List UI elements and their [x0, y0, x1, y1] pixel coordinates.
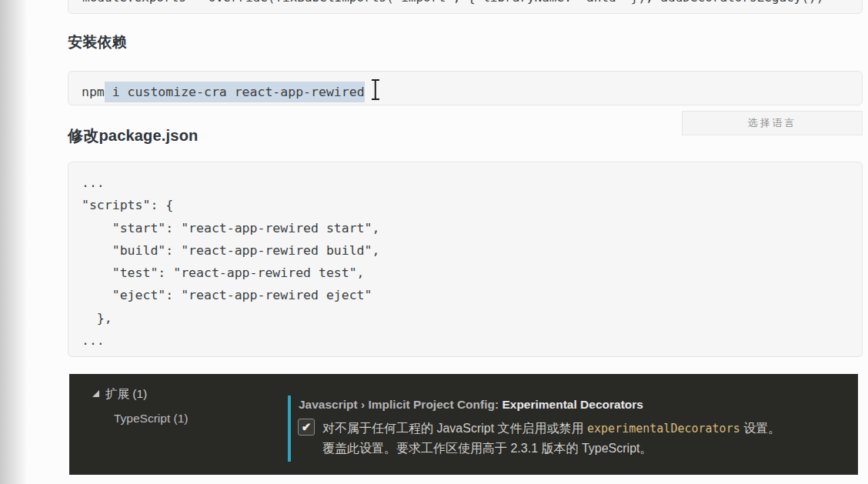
check-icon: ✔ — [302, 420, 312, 433]
tree-item-extensions-label: 扩展 (1) — [105, 387, 147, 400]
experimental-decorators-checkbox[interactable]: ✔ — [298, 419, 315, 436]
command-prefix: npm — [82, 85, 105, 99]
section-heading-install: 安装依赖 — [68, 32, 127, 52]
package-json-code: ... "scripts": { "start": "react-app-rew… — [68, 162, 862, 352]
setting-title: Javascript › Implicit Project Config: Ex… — [299, 398, 643, 412]
tree-item-typescript-label: TypeScript (1) — [114, 412, 188, 425]
tree-item-extensions[interactable]: 扩展 (1) — [92, 386, 147, 402]
desc-line1-tail: 设置。 — [740, 422, 780, 435]
vscode-settings-panel: 扩展 (1) TypeScript (1) Javascript › Impli… — [69, 374, 858, 475]
package-json-code-block[interactable]: ... "scripts": { "start": "react-app-rew… — [68, 162, 863, 357]
left-edge-vignette — [0, 0, 37, 484]
setting-description: 对不属于任何工程的 JavaScript 文件启用或禁用 experimenta… — [322, 419, 780, 459]
modified-setting-indicator — [288, 396, 291, 462]
desc-line2: 覆盖此设置。要求工作区使用高于 2.3.1 版本的 TypeScript。 — [322, 442, 653, 455]
setting-category: Javascript › Implicit Project Config: — [299, 398, 502, 411]
install-command-block[interactable]: npm i customize-cra react-app-rewired — [68, 71, 863, 105]
desc-code-token: experimentalDecorators — [587, 422, 740, 436]
install-command-line: npm i customize-cra react-app-rewired — [68, 72, 862, 100]
select-language-button[interactable]: 选择语言 — [682, 111, 863, 135]
twistie-expanded-icon[interactable] — [92, 390, 99, 397]
text-cursor-icon — [372, 79, 379, 100]
section-heading-modify: 修改package.json — [68, 125, 199, 146]
desc-before-code: 对不属于任何工程的 JavaScript 文件启用或禁用 — [322, 422, 587, 435]
clipped-code-line: module.exports = override(fixBabelImport… — [82, 0, 823, 5]
selected-command-text: i customize-cra react-app-rewired — [105, 82, 365, 102]
tree-item-typescript[interactable]: TypeScript (1) — [114, 412, 188, 426]
clipped-code-block[interactable]: module.exports = override(fixBabelImport… — [68, 0, 863, 14]
setting-name: Experimental Decorators — [502, 398, 643, 411]
setting-body: ✔ 对不属于任何工程的 JavaScript 文件启用或禁用 experimen… — [298, 419, 853, 459]
